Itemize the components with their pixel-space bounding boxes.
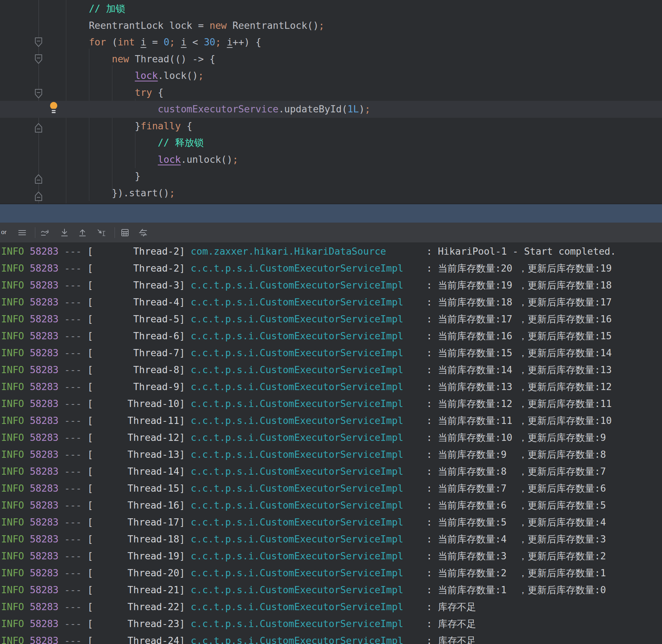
log-row: INFO 58283 --- [ Thread-24] c.c.t.p.s.i.…	[0, 632, 662, 644]
console-toolbar: or	[0, 223, 662, 243]
log-row: INFO 58283 --- [ Thread-14] c.c.t.p.s.i.…	[0, 463, 662, 480]
code-line[interactable]: lock.lock();	[0, 67, 662, 84]
toolbar-divider	[35, 227, 35, 238]
fold-collapse-icon[interactable]	[34, 88, 43, 98]
code-line[interactable]: ReentrantLock lock = new ReentrantLock()…	[0, 17, 662, 34]
log-row: INFO 58283 --- [ Thread-19] c.c.t.p.s.i.…	[0, 547, 662, 564]
log-row: INFO 58283 --- [ Thread-7] c.c.t.p.s.i.C…	[0, 344, 662, 361]
log-row: INFO 58283 --- [ Thread-9] c.c.t.p.s.i.C…	[0, 378, 662, 395]
log-row: INFO 58283 --- [ Thread-23] c.c.t.p.s.i.…	[0, 615, 662, 632]
scroll-to-end-icon[interactable]	[60, 228, 69, 237]
console-menu-icon[interactable]	[17, 228, 27, 237]
log-row: INFO 58283 --- [ Thread-13] c.c.t.p.s.i.…	[0, 446, 662, 463]
ide-window: // 加锁 ReentrantLock lock = new Reentrant…	[0, 0, 662, 644]
fold-collapse-icon[interactable]	[34, 36, 43, 47]
log-row: INFO 58283 --- [ Thread-5] c.c.t.p.s.i.C…	[0, 310, 662, 327]
log-row: INFO 58283 --- [ Thread-15] c.c.t.p.s.i.…	[0, 480, 662, 497]
scroll-to-top-icon[interactable]	[78, 228, 87, 237]
code-line[interactable]: customExecutorService.updateById(1L);	[0, 101, 662, 118]
console-settings-icon[interactable]	[138, 228, 148, 237]
fold-end-icon[interactable]	[34, 122, 43, 133]
code-editor[interactable]: // 加锁 ReentrantLock lock = new Reentrant…	[0, 0, 662, 204]
log-row: INFO 58283 --- [ Thread-2] c.c.t.p.s.i.C…	[0, 260, 662, 277]
code-line[interactable]: try {	[0, 84, 662, 101]
fold-end-icon[interactable]	[34, 190, 43, 201]
scroll-to-cursor-icon[interactable]	[97, 228, 106, 237]
editor-console-splitter[interactable]	[0, 204, 662, 223]
code-line[interactable]: lock.unlock();	[0, 151, 662, 168]
log-row: INFO 58283 --- [ Thread-8] c.c.t.p.s.i.C…	[0, 361, 662, 378]
log-row: INFO 58283 --- [ Thread-18] c.c.t.p.s.i.…	[0, 531, 662, 547]
log-row: INFO 58283 --- [ Thread-6] c.c.t.p.s.i.C…	[0, 327, 662, 344]
log-row: INFO 58283 --- [ Thread-20] c.c.t.p.s.i.…	[0, 564, 662, 581]
code-line[interactable]: for (int i = 0; i < 30; i++) {	[0, 34, 662, 51]
code-line[interactable]: }finally {	[0, 118, 662, 135]
code-line[interactable]: }	[0, 168, 662, 185]
fold-collapse-icon[interactable]	[34, 53, 43, 64]
log-row: INFO 58283 --- [ Thread-4] c.c.t.p.s.i.C…	[0, 294, 662, 310]
grid-view-icon[interactable]	[120, 228, 130, 237]
soft-wrap-icon[interactable]	[40, 228, 50, 237]
log-row: INFO 58283 --- [ Thread-2] com.zaxxer.hi…	[0, 243, 662, 260]
toolbar-label: or	[1, 229, 6, 236]
fold-end-icon[interactable]	[34, 173, 43, 184]
log-row: INFO 58283 --- [ Thread-22] c.c.t.p.s.i.…	[0, 598, 662, 615]
console-output[interactable]: INFO 58283 --- [ Thread-2] com.zaxxer.hi…	[0, 243, 662, 644]
code-line[interactable]: }).start();	[0, 185, 662, 202]
log-row: INFO 58283 --- [ Thread-11] c.c.t.p.s.i.…	[0, 412, 662, 429]
code-line[interactable]: // 加锁	[0, 0, 662, 17]
log-row: INFO 58283 --- [ Thread-16] c.c.t.p.s.i.…	[0, 497, 662, 514]
toolbar-divider	[115, 227, 115, 238]
intention-bulb-icon[interactable]	[49, 102, 58, 114]
code-lines: // 加锁 ReentrantLock lock = new Reentrant…	[0, 0, 662, 201]
log-row: INFO 58283 --- [ Thread-21] c.c.t.p.s.i.…	[0, 581, 662, 598]
code-line[interactable]: new Thread(() -> {	[0, 51, 662, 68]
log-row: INFO 58283 --- [ Thread-17] c.c.t.p.s.i.…	[0, 514, 662, 531]
code-line[interactable]: // 释放锁	[0, 134, 662, 151]
log-row: INFO 58283 --- [ Thread-12] c.c.t.p.s.i.…	[0, 429, 662, 446]
log-row: INFO 58283 --- [ Thread-10] c.c.t.p.s.i.…	[0, 395, 662, 412]
log-row: INFO 58283 --- [ Thread-3] c.c.t.p.s.i.C…	[0, 277, 662, 294]
